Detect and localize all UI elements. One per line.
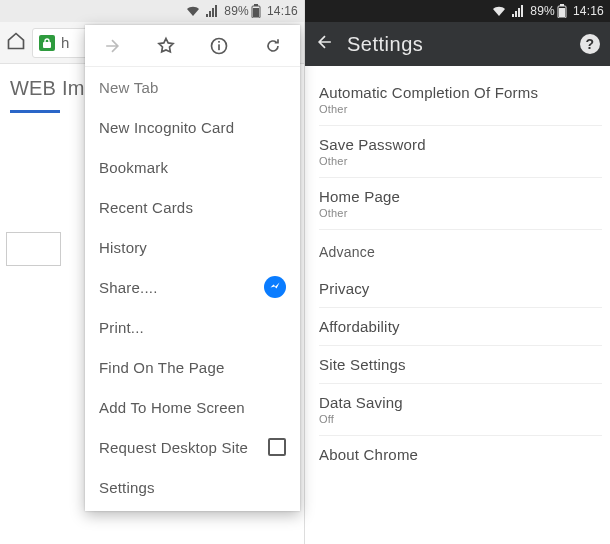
page-search-input[interactable] [6, 232, 61, 266]
refresh-icon[interactable] [262, 35, 284, 57]
svg-rect-1 [253, 8, 259, 17]
setting-label: Site Settings [319, 356, 610, 373]
svg-rect-8 [559, 8, 565, 17]
overflow-menu: New Tab New Incognito Card Bookmark Rece… [85, 25, 300, 511]
setting-label: About Chrome [319, 446, 610, 463]
left-pane: 89% 14:16 h WEB Imm [0, 0, 305, 544]
setting-label: Home Page [319, 188, 610, 205]
setting-label: Automatic Completion Of Forms [319, 84, 610, 101]
menu-item-history[interactable]: History [85, 227, 300, 267]
setting-label: Save Password [319, 136, 610, 153]
menu-item-label: Bookmark [99, 159, 168, 176]
battery-percent: 89% [530, 4, 555, 18]
setting-autofill[interactable]: Automatic Completion Of Forms Other [319, 74, 610, 125]
menu-item-request-desktop[interactable]: Request Desktop Site [85, 427, 300, 467]
setting-sub: Other [319, 103, 610, 115]
setting-affordability[interactable]: Affordability [319, 308, 610, 345]
setting-label: Affordability [319, 318, 610, 335]
messenger-icon [264, 276, 286, 298]
battery-status: 89% [224, 4, 261, 18]
setting-privacy[interactable]: Privacy [319, 270, 610, 307]
menu-top-actions [85, 25, 300, 67]
setting-sub: Other [319, 155, 610, 167]
checkbox-icon[interactable] [268, 438, 286, 456]
active-tab-indicator [10, 110, 60, 113]
setting-label: Data Saving [319, 394, 610, 411]
menu-item-label: New Incognito Card [99, 119, 234, 136]
setting-save-password[interactable]: Save Password Other [319, 126, 610, 177]
menu-item-label: Settings [99, 479, 155, 496]
battery-icon [251, 4, 261, 18]
clock-time: 14:16 [267, 4, 298, 18]
wifi-icon [492, 5, 506, 17]
status-bar-right: 89% 14:16 [305, 0, 610, 22]
lock-icon [39, 35, 55, 51]
url-text: h [61, 34, 70, 51]
menu-item-print[interactable]: Print... [85, 307, 300, 347]
svg-rect-3 [43, 42, 51, 48]
menu-item-label: Recent Cards [99, 199, 193, 216]
signal-icon [512, 5, 524, 17]
svg-rect-6 [219, 41, 221, 43]
menu-item-label: Print... [99, 319, 144, 336]
menu-item-label: Share.... [99, 279, 158, 296]
menu-item-find-on-page[interactable]: Find On The Page [85, 347, 300, 387]
menu-item-share[interactable]: Share.... [85, 267, 300, 307]
setting-about-chrome[interactable]: About Chrome [319, 436, 610, 473]
info-icon[interactable] [208, 35, 230, 57]
wifi-icon [186, 5, 200, 17]
menu-subtitle: New Tab [85, 67, 300, 107]
battery-icon [557, 4, 567, 18]
page-title: Settings [347, 33, 568, 56]
setting-data-saving[interactable]: Data Saving Off [319, 384, 610, 435]
forward-icon[interactable] [101, 35, 123, 57]
battery-status: 89% [530, 4, 567, 18]
menu-item-recent-cards[interactable]: Recent Cards [85, 187, 300, 227]
menu-item-label: History [99, 239, 147, 256]
clock-time: 14:16 [573, 4, 604, 18]
home-icon[interactable] [6, 31, 26, 55]
help-icon[interactable]: ? [580, 34, 600, 54]
settings-body: Automatic Completion Of Forms Other Save… [305, 66, 610, 473]
signal-icon [206, 5, 218, 17]
setting-sub: Off [319, 413, 610, 425]
menu-item-new-incognito[interactable]: New Incognito Card [85, 107, 300, 147]
menu-item-label: Request Desktop Site [99, 439, 248, 456]
menu-item-label: Add To Home Screen [99, 399, 245, 416]
setting-site-settings[interactable]: Site Settings [319, 346, 610, 383]
right-pane: 89% 14:16 Settings ? Automatic Completio… [305, 0, 610, 544]
svg-rect-9 [560, 4, 564, 6]
status-bar-left: 89% 14:16 [0, 0, 304, 22]
settings-header: Settings ? [305, 22, 610, 66]
menu-item-label: Find On The Page [99, 359, 225, 376]
setting-sub: Other [319, 207, 610, 219]
star-icon[interactable] [155, 35, 177, 57]
section-advance: Advance [319, 230, 610, 270]
menu-item-bookmark[interactable]: Bookmark [85, 147, 300, 187]
menu-item-settings[interactable]: Settings [85, 467, 300, 507]
back-icon[interactable] [315, 32, 335, 56]
setting-label: Privacy [319, 280, 610, 297]
battery-percent: 89% [224, 4, 249, 18]
setting-home-page[interactable]: Home Page Other [319, 178, 610, 229]
svg-rect-5 [219, 44, 221, 50]
menu-item-add-home-screen[interactable]: Add To Home Screen [85, 387, 300, 427]
svg-rect-2 [254, 4, 258, 6]
